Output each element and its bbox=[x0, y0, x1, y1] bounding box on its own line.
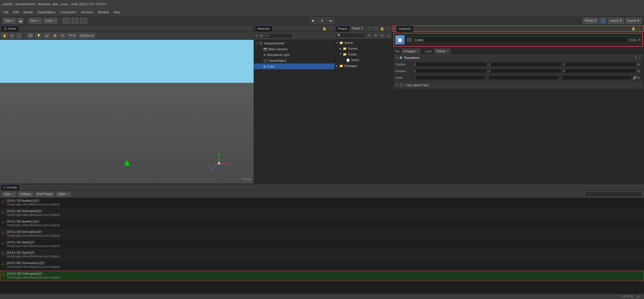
hierarchy-item-cube[interactable]: ◼ Cube bbox=[254, 63, 334, 69]
scene-fx-btn[interactable]: ✨ bbox=[51, 33, 58, 39]
scene-audio-btn[interactable]: 🔊 bbox=[43, 33, 50, 39]
console-editor-btn[interactable]: Editor ▼ bbox=[56, 192, 71, 197]
hierarchy-item-directionallight[interactable]: ☀ Directional Light bbox=[254, 52, 334, 58]
project-more-icon[interactable]: ⋮ bbox=[386, 26, 391, 31]
rotation-z[interactable] bbox=[562, 69, 636, 73]
hierarchy-add-arrow[interactable]: ▼ bbox=[259, 34, 263, 38]
project-settings-icon[interactable]: ⚙ bbox=[379, 33, 385, 38]
transform-tool-1[interactable]: ⬛ bbox=[63, 18, 70, 24]
project-info-icon[interactable]: ℹ bbox=[386, 33, 391, 38]
scene-lighting-btn[interactable]: 💡 bbox=[35, 33, 42, 39]
collab-button[interactable]: Plastic S bbox=[583, 18, 598, 24]
tag-dropdown[interactable]: Untagged ▼ bbox=[402, 48, 420, 54]
project-search-box[interactable]: 🔍 bbox=[336, 33, 366, 38]
console-entry-3[interactable]: ⚠ [19:51:19] OnEnable运行 UnityEngine.Mono… bbox=[0, 229, 644, 240]
inspector-name-field[interactable] bbox=[413, 37, 628, 43]
project-lock-icon[interactable]: 🔒 bbox=[379, 26, 385, 31]
project-item-test01[interactable]: 📄 Test01 bbox=[335, 57, 392, 63]
console-entry-0[interactable]: ⚠ [19:51:19] Awake()运行 UnityEngine.MonoB… bbox=[0, 198, 644, 208]
project-item-scripts[interactable]: ▼ 📁 Scripts bbox=[335, 51, 392, 57]
layout-button[interactable]: Layout ▼ bbox=[625, 18, 642, 24]
console-entry-7[interactable]: ⚠ [19:52:29] OnEnable运行 UnityEngine.Mono… bbox=[0, 271, 644, 281]
inspector-tab[interactable]: Inspector bbox=[397, 25, 413, 32]
position-reset-btn[interactable]: ✕ bbox=[637, 63, 641, 66]
menu-component[interactable]: Component bbox=[57, 10, 78, 14]
play-button[interactable]: ▶ bbox=[310, 18, 317, 24]
scene-tab[interactable]: ⬛ Scene bbox=[1, 25, 18, 32]
scale-lock-icon[interactable]: 🔗 bbox=[633, 76, 637, 80]
plastics-tab[interactable]: Plastic S bbox=[349, 25, 365, 32]
project-icon-2[interactable]: ⬛ bbox=[373, 26, 378, 31]
project-tab[interactable]: Project bbox=[336, 25, 349, 32]
console-clear-btn[interactable]: Clear ▼ bbox=[2, 192, 16, 197]
scene-camera-btn[interactable]: 📷 ▼ bbox=[67, 33, 78, 39]
scene-panel-menu[interactable]: ⋮ bbox=[247, 27, 252, 31]
rotation-y[interactable] bbox=[488, 69, 562, 73]
console-search[interactable] bbox=[585, 192, 642, 197]
mesh-filter-header[interactable]: ▼ ⬛ Cube (Mesh Filter ) bbox=[394, 82, 643, 88]
menu-services[interactable]: Services bbox=[78, 10, 95, 14]
menu-edit[interactable]: Edit bbox=[11, 10, 21, 14]
hierarchy-add-btn[interactable]: + bbox=[256, 34, 258, 38]
transform-menu-icon[interactable]: ⋮ bbox=[638, 56, 641, 60]
menu-gameobject[interactable]: GameObject bbox=[35, 10, 58, 14]
account-button[interactable]: 👤 bbox=[599, 18, 607, 24]
scene-gizmos-btn[interactable]: Gizmos ▼ bbox=[78, 33, 96, 39]
rotation-x[interactable] bbox=[413, 69, 487, 73]
menu-window[interactable]: Window bbox=[96, 10, 111, 14]
inspector-lock-icon[interactable]: 🔒 bbox=[631, 26, 636, 31]
project-eye-icon[interactable]: 👁 bbox=[367, 33, 372, 38]
scale-reset-btn[interactable]: ✕ bbox=[637, 76, 641, 79]
console-entry-4[interactable]: ⚠ [19:51:19] Start运行 UnityEngine.MonoBeh… bbox=[0, 240, 644, 250]
project-item-assets[interactable]: ▼ 📁 Assets bbox=[335, 40, 392, 46]
console-entry-2[interactable]: ⚠ [19:51:19] Awake()运行 UnityEngine.MonoB… bbox=[0, 219, 644, 229]
hierarchy-lock-icon[interactable]: 🔒 bbox=[322, 26, 327, 31]
inspector-active-checkbox[interactable] bbox=[407, 38, 411, 42]
inspector-static-dropdown[interactable]: Static ▼ bbox=[629, 38, 641, 42]
samplescene-menu[interactable]: ⋮ bbox=[327, 41, 333, 46]
scale-z[interactable] bbox=[559, 75, 632, 80]
scale-x[interactable] bbox=[413, 75, 485, 80]
hierarchy-search[interactable] bbox=[264, 33, 293, 38]
hierarchy-tab[interactable]: Hierarchy bbox=[255, 25, 272, 32]
transform-tool-3[interactable]: ⬛ bbox=[80, 18, 87, 24]
project-star-icon[interactable]: ★ bbox=[373, 33, 378, 38]
local-button[interactable]: Local ▼ bbox=[43, 18, 58, 24]
console-entry-1[interactable]: ⚠ [19:51:19] OnEnable运行 UnityEngine.Mono… bbox=[0, 208, 644, 219]
scene-rotate-tool[interactable]: ↻ bbox=[9, 33, 15, 39]
console-tab[interactable]: ≡ Console bbox=[1, 184, 19, 190]
position-z[interactable] bbox=[562, 62, 636, 67]
hierarchy-item-samplescene[interactable]: ▼ ⬛ SampleScene* ⋮ bbox=[254, 40, 334, 46]
project-item-scenes[interactable]: ▶ 📁 Scenes bbox=[335, 46, 392, 51]
inspector-more-icon[interactable]: ⋮ bbox=[637, 26, 642, 31]
console-entry-5[interactable]: ⚠ [19:51:19] Start运行 UnityEngine.MonoBeh… bbox=[0, 250, 644, 260]
rotation-reset-btn[interactable]: ✕ bbox=[637, 70, 641, 73]
transform-help-icon[interactable]: ? bbox=[634, 56, 636, 60]
scene-move-tool[interactable]: ✋ bbox=[1, 33, 8, 39]
scene-scale-tool[interactable]: ⤡ bbox=[16, 33, 22, 39]
console-errorpause-btn[interactable]: Error Pause bbox=[35, 192, 54, 197]
menu-file[interactable]: File bbox=[1, 10, 11, 14]
console-collapse-btn[interactable]: Collapse bbox=[18, 192, 33, 197]
transform-tool-2[interactable]: ⬛ bbox=[71, 18, 79, 24]
position-y[interactable] bbox=[488, 62, 562, 67]
project-item-packages[interactable]: ▶ 📁 Packages bbox=[335, 63, 392, 69]
position-x[interactable] bbox=[413, 62, 487, 67]
pivot-button[interactable]: Pivot ▼ bbox=[28, 18, 42, 24]
scene-hidden-btn[interactable]: 👁 bbox=[59, 33, 66, 39]
scene-2d-btn[interactable]: 2D bbox=[27, 33, 34, 39]
menu-assets[interactable]: Assets bbox=[21, 10, 35, 14]
hierarchy-item-gameobject[interactable]: ⬛ GameObject bbox=[254, 58, 334, 63]
transform-header[interactable]: ▼ ⊕ Transform ? ⋮ bbox=[394, 55, 643, 61]
hierarchy-item-maincamera[interactable]: 📷 Main Camera bbox=[254, 46, 334, 52]
step-button[interactable]: ⏭ bbox=[327, 18, 334, 24]
scale-y[interactable] bbox=[486, 75, 558, 80]
console-entry-6[interactable]: ⚠ [19:51:56] OnDisable()运行 UnityEngine.M… bbox=[0, 260, 644, 271]
layer-dropdown[interactable]: Default ▼ bbox=[435, 48, 450, 54]
project-icon-1[interactable]: ⬛ bbox=[367, 26, 372, 31]
layers-button[interactable]: Layers ▼ bbox=[608, 18, 624, 24]
pause-button[interactable]: ⏸ bbox=[318, 18, 326, 24]
cloud-button[interactable]: ☁ bbox=[18, 18, 23, 24]
hierarchy-more-icon[interactable]: ⋮ bbox=[328, 26, 333, 31]
menu-help[interactable]: Help bbox=[111, 10, 123, 14]
